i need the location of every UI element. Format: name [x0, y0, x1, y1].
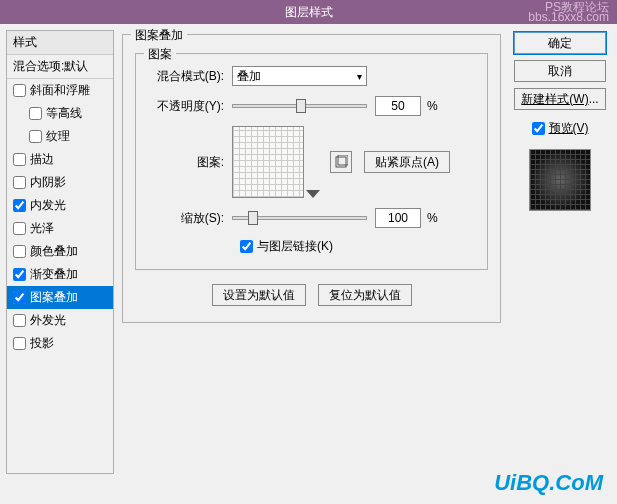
style-label: 斜面和浮雕: [30, 82, 90, 99]
style-label: 颜色叠加: [30, 243, 78, 260]
scale-slider[interactable]: [232, 216, 367, 220]
style-label: 外发光: [30, 312, 66, 329]
style-checkbox[interactable]: [13, 176, 26, 189]
style-item-6[interactable]: 光泽: [7, 217, 113, 240]
scale-input[interactable]: 100: [375, 208, 421, 228]
link-layer-checkbox[interactable]: [240, 240, 253, 253]
style-item-3[interactable]: 描边: [7, 148, 113, 171]
ok-button[interactable]: 确定: [514, 32, 606, 54]
style-checkbox[interactable]: [13, 314, 26, 327]
blend-mode-select[interactable]: 叠加 ▾: [232, 66, 367, 86]
style-checkbox[interactable]: [13, 268, 26, 281]
slider-thumb[interactable]: [248, 211, 258, 225]
style-checkbox[interactable]: [13, 84, 26, 97]
style-item-4[interactable]: 内阴影: [7, 171, 113, 194]
link-layer-label[interactable]: 与图层链接(K): [257, 238, 333, 255]
style-checkbox[interactable]: [13, 337, 26, 350]
style-label: 纹理: [46, 128, 70, 145]
make-default-button[interactable]: 设置为默认值: [212, 284, 306, 306]
style-item-8[interactable]: 渐变叠加: [7, 263, 113, 286]
style-item-0[interactable]: 斜面和浮雕: [7, 79, 113, 102]
style-label: 内阴影: [30, 174, 66, 191]
style-item-9[interactable]: 图案叠加: [7, 286, 113, 309]
cancel-button[interactable]: 取消: [514, 60, 606, 82]
style-checkbox[interactable]: [29, 107, 42, 120]
style-item-10[interactable]: 外发光: [7, 309, 113, 332]
reset-default-button[interactable]: 复位为默认值: [318, 284, 412, 306]
style-checkbox[interactable]: [13, 245, 26, 258]
style-label: 描边: [30, 151, 54, 168]
style-label: 等高线: [46, 105, 82, 122]
chevron-down-icon: ▾: [357, 71, 362, 82]
preview-label[interactable]: 预览(V): [549, 120, 589, 137]
style-checkbox[interactable]: [29, 130, 42, 143]
style-checkbox[interactable]: [13, 199, 26, 212]
style-label: 渐变叠加: [30, 266, 78, 283]
style-label: 内发光: [30, 197, 66, 214]
new-style-button[interactable]: 新建样式(W)...: [514, 88, 606, 110]
style-checkbox[interactable]: [13, 153, 26, 166]
opacity-label: 不透明度(Y):: [150, 98, 232, 115]
group-title: 图案叠加: [131, 27, 187, 44]
style-label: 投影: [30, 335, 54, 352]
style-checkbox[interactable]: [13, 291, 26, 304]
pattern-dropdown-icon[interactable]: [306, 190, 320, 198]
watermark-top: PS教程论坛 bbs.16xx8.com: [528, 2, 609, 22]
style-item-1[interactable]: 等高线: [7, 102, 113, 125]
styles-panel: 样式 混合选项:默认 斜面和浮雕等高线纹理描边内阴影内发光光泽颜色叠加渐变叠加图…: [6, 30, 114, 474]
right-panel: 确定 取消 新建样式(W)... 预览(V): [509, 30, 611, 474]
style-item-5[interactable]: 内发光: [7, 194, 113, 217]
blend-mode-label: 混合模式(B):: [150, 68, 232, 85]
pattern-overlay-group: 图案叠加 图案 混合模式(B): 叠加 ▾ 不透明度(Y): 50 %: [122, 34, 501, 323]
styles-header: 样式: [7, 31, 113, 55]
new-preset-icon: [334, 155, 348, 169]
settings-panel: 图案叠加 图案 混合模式(B): 叠加 ▾ 不透明度(Y): 50 %: [114, 30, 509, 474]
opacity-input[interactable]: 50: [375, 96, 421, 116]
pattern-swatch[interactable]: [232, 126, 304, 198]
style-item-11[interactable]: 投影: [7, 332, 113, 355]
scale-label: 缩放(S):: [150, 210, 232, 227]
create-pattern-button[interactable]: [330, 151, 352, 173]
style-label: 图案叠加: [30, 289, 78, 306]
style-item-7[interactable]: 颜色叠加: [7, 240, 113, 263]
opacity-slider[interactable]: [232, 104, 367, 108]
window-title: 图层样式: [285, 4, 333, 21]
snap-origin-button[interactable]: 贴紧原点(A): [364, 151, 450, 173]
style-item-2[interactable]: 纹理: [7, 125, 113, 148]
title-bar: 图层样式 PS教程论坛 bbs.16xx8.com: [0, 0, 617, 24]
slider-thumb[interactable]: [296, 99, 306, 113]
preview-checkbox[interactable]: [532, 122, 545, 135]
pattern-group: 图案 混合模式(B): 叠加 ▾ 不透明度(Y): 50 %: [135, 53, 488, 270]
inner-group-title: 图案: [144, 46, 176, 63]
style-checkbox[interactable]: [13, 222, 26, 235]
style-label: 光泽: [30, 220, 54, 237]
preview-swatch: [529, 149, 591, 211]
blend-options-item[interactable]: 混合选项:默认: [7, 55, 113, 79]
watermark-bottom: UiBQ.CoM: [494, 470, 603, 496]
pattern-label: 图案:: [150, 154, 232, 171]
